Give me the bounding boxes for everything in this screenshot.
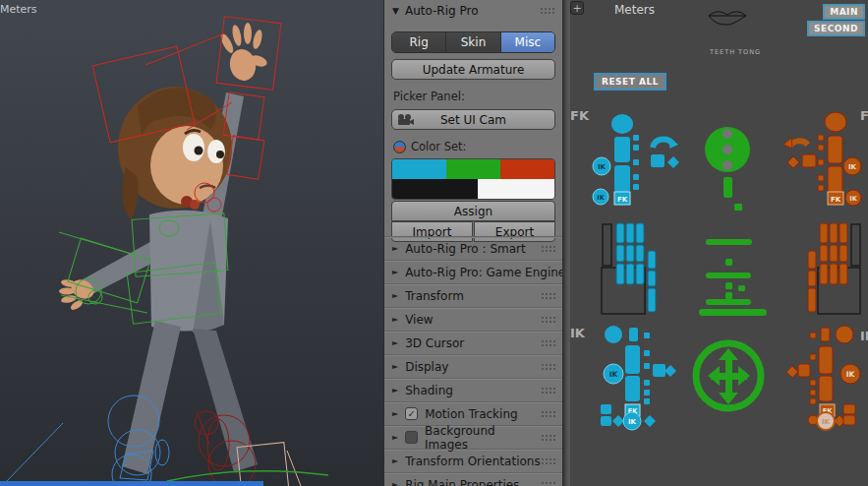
rig-skin-misc-tabs: Rig Skin Misc (391, 31, 555, 53)
character-mesh (59, 23, 268, 474)
section-display[interactable]: ► Display (384, 354, 562, 378)
svg-text:IK: IK (822, 418, 831, 426)
check-icon: ✓ (407, 408, 415, 419)
camera-icon (397, 114, 414, 126)
swatch-white[interactable] (478, 179, 554, 199)
picker-left-foot-ik-button[interactable]: IK (623, 412, 641, 430)
svg-text:IK: IK (846, 370, 856, 379)
svg-text:IK: IK (849, 195, 857, 203)
expand-arrow-icon: ► (392, 291, 398, 300)
svg-text:IK: IK (628, 418, 637, 426)
ik-section-label-right: IK (860, 329, 868, 343)
picker-panel-label: Picker Panel: (393, 90, 562, 103)
swatch-red[interactable] (500, 159, 554, 179)
blender-window: Meters (0, 0, 868, 486)
rig-picker-viewport[interactable]: + Meters MAIN SECOND RESET ALL TEETH TON… (568, 0, 868, 486)
viewport-canvas[interactable] (0, 0, 383, 486)
tab-misc[interactable]: Misc (501, 32, 554, 52)
expand-arrow-icon: ► (392, 480, 398, 486)
set-ui-cam-button[interactable]: Set UI Cam (391, 109, 555, 130)
lips-picker-shape[interactable] (709, 12, 746, 25)
panel-grip-icon[interactable] (541, 387, 555, 395)
autorig-panel-header[interactable]: ▼ Auto-Rig Pro (384, 0, 562, 22)
swatch-black[interactable] (392, 179, 478, 199)
picker-left-arm-ik-button-2[interactable]: IK (593, 189, 608, 205)
fk-section-label-right: FK (860, 108, 868, 123)
picker-left-arm-fk-button[interactable]: FK (614, 192, 630, 205)
picker-left-hand-controls[interactable] (602, 223, 656, 314)
expand-arrow-icon: ► (392, 456, 398, 465)
picker-left-leg-ik-button[interactable]: IK (604, 364, 623, 384)
panel-grip-icon[interactable] (541, 363, 555, 371)
motion-tracking-checkbox[interactable]: ✓ (405, 407, 418, 420)
expand-arrow-icon: ► (392, 338, 398, 347)
section-3d-cursor[interactable]: ► 3D Cursor (384, 331, 562, 354)
panel-title: Auto-Rig Pro (405, 4, 479, 18)
viewport-unit-label: Meters (0, 3, 37, 16)
panel-grip-icon[interactable] (541, 434, 555, 442)
expand-arrow-icon: ► (392, 268, 398, 276)
panel-grip-icon[interactable] (540, 7, 554, 15)
panel-grip-icon[interactable] (541, 481, 555, 486)
expand-arrow-icon: ► (392, 433, 398, 442)
section-background-images[interactable]: ► Background Images (384, 425, 562, 449)
section-rig-main-properties[interactable]: ► Rig Main Properties (384, 472, 562, 486)
background-images-checkbox[interactable] (405, 431, 418, 444)
color-set-swatches (391, 158, 555, 200)
swatch-cyan[interactable] (392, 159, 446, 179)
svg-text:IK: IK (597, 194, 605, 202)
picker-left-arm-ik-button[interactable]: IK (593, 157, 610, 175)
update-armature-button[interactable]: Update Armature (391, 59, 555, 80)
picker-canvas[interactable]: IK IK FK (568, 0, 868, 486)
picker-root-master-control[interactable] (696, 343, 761, 408)
svg-text:IK: IK (609, 370, 619, 379)
expand-arrow-icon: ► (392, 409, 398, 418)
section-motion-tracking[interactable]: ► ✓ Motion Tracking (384, 401, 562, 425)
collapsed-panels-list: ► Auto-Rig Pro : Smart ► Auto-Rig Pro: G… (384, 236, 562, 486)
3d-viewport[interactable]: Meters (0, 0, 383, 486)
tab-rig[interactable]: Rig (392, 32, 446, 52)
section-transform-orientations[interactable]: ► Transform Orientations (384, 449, 562, 472)
section-autorig-game-engine[interactable]: ► Auto-Rig Pro: Game Engine E (384, 260, 562, 283)
expand-arrow-icon: ► (392, 362, 398, 371)
picker-right-arm-ik-button-2[interactable]: IK (845, 190, 861, 206)
svg-text:IK: IK (848, 163, 857, 171)
svg-text:IK: IK (598, 163, 607, 171)
svg-text:FK: FK (617, 196, 628, 204)
svg-text:FK: FK (831, 196, 841, 204)
panel-grip-icon[interactable] (541, 410, 555, 418)
panel-grip-icon[interactable] (541, 339, 555, 347)
picker-spine-controls[interactable] (699, 239, 767, 316)
bottom-blue-bone-bar[interactable] (0, 481, 263, 486)
section-autorig-smart[interactable]: ► Auto-Rig Pro : Smart (384, 236, 562, 260)
collapse-arrow-icon: ▼ (392, 6, 399, 16)
panel-grip-icon[interactable] (541, 316, 555, 324)
tool-shelf-panel: ▼ Auto-Rig Pro Rig Skin Misc Update Arma… (383, 0, 562, 486)
section-view[interactable]: ► View (384, 307, 562, 331)
panel-grip-icon[interactable] (541, 457, 555, 465)
assign-button[interactable]: Assign (391, 201, 555, 221)
swatch-green[interactable] (446, 159, 500, 179)
section-transform[interactable]: ► Transform (384, 283, 562, 307)
picker-left-arm-fk-controls[interactable] (611, 114, 679, 192)
color-set-label-row: Color Set: (393, 140, 562, 153)
picker-head-controls[interactable] (705, 127, 750, 211)
picker-right-hand-controls[interactable] (808, 223, 860, 314)
panel-grip-icon[interactable] (541, 292, 555, 300)
picker-right-arm-fk-button[interactable]: FK (828, 192, 843, 205)
picker-right-arm-fk-controls[interactable] (783, 112, 846, 193)
material-sphere-icon (393, 141, 406, 153)
color-set-label: Color Set: (411, 140, 466, 153)
ground-arc (167, 471, 328, 481)
expand-arrow-icon: ► (392, 315, 398, 324)
expand-arrow-icon: ► (392, 386, 398, 395)
expand-arrow-icon: ► (392, 244, 398, 253)
rotate-arrow-icon (653, 140, 672, 148)
tab-skin[interactable]: Skin (446, 32, 500, 52)
picker-right-foot-ik-button[interactable]: IK (817, 412, 835, 430)
picker-right-leg-ik-button[interactable]: IK (840, 364, 860, 384)
panel-grip-icon[interactable] (541, 245, 555, 253)
section-shading[interactable]: ► Shading (384, 378, 562, 401)
picker-right-arm-ik-button[interactable]: IK (843, 157, 861, 175)
